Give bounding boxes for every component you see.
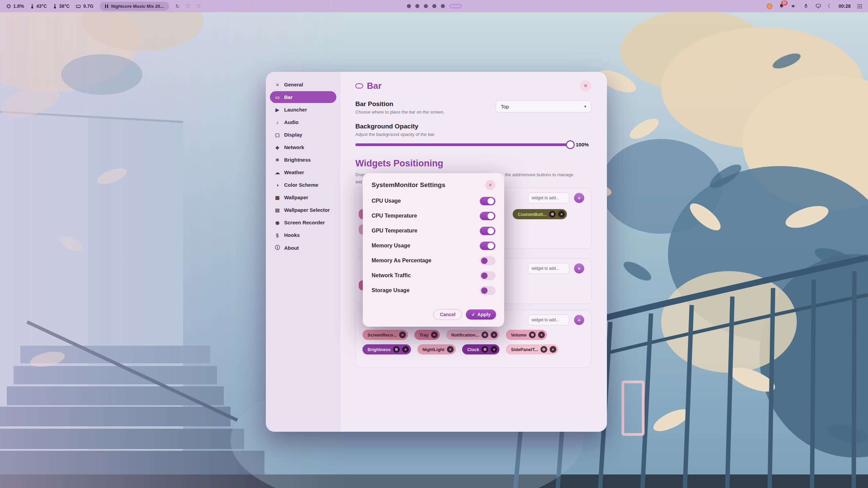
bar-position-dropdown[interactable]: Top ▾ <box>496 100 591 113</box>
toggle-switch[interactable] <box>480 227 495 235</box>
widget-chip[interactable]: CustomButt... ⚙ × <box>513 209 567 219</box>
sidebar-item[interactable]: ◉ Screen Recorder <box>270 217 336 228</box>
sidebar-item-icon: ◈ <box>274 145 280 150</box>
widget-remove-icon[interactable]: × <box>558 211 565 218</box>
bar-position-label: Bar Position <box>355 100 445 108</box>
apply-button[interactable]: ✓ Apply <box>466 309 496 320</box>
sidebar-item-icon: § <box>274 232 280 238</box>
add-widget-button[interactable]: + <box>574 263 584 273</box>
sidebar-item[interactable]: ▤ Wallpaper Selector <box>270 204 336 216</box>
microphone-icon <box>803 3 809 9</box>
sidebar-item[interactable]: ▭ Bar <box>270 91 336 103</box>
widget-chip[interactable]: Notification... ⚙ × <box>446 330 499 340</box>
toggle-switch[interactable] <box>480 286 495 295</box>
widget-settings-gear-icon[interactable]: ⚙ <box>529 331 536 338</box>
screen-button[interactable] <box>815 3 822 9</box>
widget-add-dropdown[interactable]: widget to add... <box>528 192 569 203</box>
background-opacity-label: Background Opacity <box>355 123 591 130</box>
workspace-dot[interactable] <box>432 4 436 8</box>
bar-position-description: Choose where to place the bar on the scr… <box>355 109 445 115</box>
media-favorite-icon[interactable]: ♡ <box>196 4 201 9</box>
workspace-dot[interactable] <box>424 4 428 8</box>
workspace-dot[interactable] <box>415 4 419 8</box>
chevron-down-icon: ▾ <box>584 104 586 109</box>
widget-chip[interactable]: NightLight ⚙ × <box>417 344 456 354</box>
settings-sidebar: ≡ General ▭ Bar ▶ Launcher ♪ Audio ▢ Dis… <box>266 72 340 432</box>
add-widget-button[interactable]: + <box>574 193 584 203</box>
widget-chip[interactable]: Volume ⚙ × <box>506 330 547 340</box>
volume-button[interactable] <box>791 3 797 9</box>
cancel-button[interactable]: Cancel <box>433 309 462 320</box>
widget-add-dropdown[interactable]: widget to add... <box>528 314 569 325</box>
night-light-icon[interactable]: ☾ <box>828 3 832 9</box>
sidebar-item[interactable]: ☁ Weather <box>270 166 336 178</box>
page-title-text: Bar <box>367 81 381 91</box>
widget-settings-gear-icon[interactable]: ⚙ <box>481 346 488 353</box>
sidebar-item[interactable]: ◑ Color Scheme <box>270 179 336 191</box>
tray-app-icon[interactable] <box>767 3 772 9</box>
media-repeat-icon[interactable]: ↻ <box>175 4 180 9</box>
sidebar-item-label: Brightness <box>284 157 311 163</box>
workspace-dot[interactable] <box>441 4 445 8</box>
sidebar-item[interactable]: ≡ General <box>270 79 336 90</box>
sidebar-item-label: Network <box>284 144 304 150</box>
widget-chip[interactable]: Clock ⚙ × <box>462 344 499 354</box>
apply-button-label: Apply <box>477 312 491 317</box>
widget-chip-label: ScreenReco... <box>368 332 397 338</box>
modal-close-button[interactable]: × <box>485 180 495 190</box>
bar-position-row: Bar Position Choose where to place the b… <box>355 100 591 115</box>
top-bar: 1.8% 43°C 38°C 9.7G Nightcore Music Mix … <box>0 0 868 12</box>
notifications-button[interactable]: 10 <box>778 3 785 9</box>
widget-chip[interactable]: ScreenReco... ⚙ × <box>362 330 408 340</box>
clock[interactable]: 00:28 <box>839 3 851 9</box>
toggle-switch[interactable] <box>480 271 495 280</box>
widget-remove-icon[interactable]: × <box>447 346 454 353</box>
opacity-slider-handle[interactable] <box>566 140 575 149</box>
modal-header: SystemMonitor Settings × <box>372 180 495 190</box>
sidebar-item[interactable]: ▶ Launcher <box>270 104 336 116</box>
widget-remove-icon[interactable]: × <box>491 331 497 338</box>
widget-chip[interactable]: Brightness ⚙ × <box>362 344 411 354</box>
sidebar-item[interactable]: ♪ Audio <box>270 116 336 128</box>
sidebar-item[interactable]: § Hooks <box>270 229 336 241</box>
sidebar-item[interactable]: ◈ Network <box>270 141 336 153</box>
workspace-active-pill[interactable] <box>449 4 462 8</box>
media-player-pill[interactable]: Nightcore Music Mix 20... <box>100 2 169 11</box>
toggle-row: Memory Usage <box>372 238 495 253</box>
sidebar-item-icon: ◉ <box>274 220 280 225</box>
microphone-button[interactable] <box>803 3 809 9</box>
sidebar-item[interactable]: ▢ Display <box>270 129 336 141</box>
top-bar-left: 1.8% 43°C 38°C 9.7G Nightcore Music Mix … <box>0 2 407 11</box>
widget-chip[interactable]: SidePanelT... ⚙ × <box>506 344 558 354</box>
toggle-switch[interactable] <box>480 242 495 250</box>
opacity-slider[interactable] <box>355 143 570 146</box>
widget-remove-icon[interactable]: × <box>402 346 409 353</box>
sidebar-item[interactable]: ☀ Brightness <box>270 154 336 166</box>
widget-remove-icon[interactable]: × <box>550 346 556 353</box>
sidebar-item[interactable]: ⓘ About <box>270 242 336 254</box>
app-grid-button[interactable] <box>857 3 863 9</box>
widget-chip[interactable]: Tray ⚙ × <box>414 330 440 340</box>
cpu-usage-value: 1.8% <box>13 3 24 9</box>
widget-remove-icon[interactable]: × <box>538 331 545 338</box>
widget-add-dropdown[interactable]: widget to add... <box>528 263 569 274</box>
widget-settings-gear-icon[interactable]: ⚙ <box>481 331 488 338</box>
widget-settings-gear-icon[interactable]: ⚙ <box>393 346 400 353</box>
widget-settings-gear-icon[interactable]: ⚙ <box>549 211 556 218</box>
workspace-dot[interactable] <box>407 4 411 8</box>
sidebar-item[interactable]: ▦ Wallpaper <box>270 191 336 203</box>
widget-remove-icon[interactable]: × <box>431 331 438 338</box>
sidebar-item-label: General <box>284 82 303 87</box>
left-chips-visible: CustomButt... ⚙ × <box>513 209 567 219</box>
toggle-switch[interactable] <box>480 257 495 265</box>
toggle-label: Memory As Percentage <box>372 258 431 264</box>
widget-remove-icon[interactable]: × <box>491 346 497 353</box>
toggle-switch[interactable] <box>480 212 495 220</box>
add-widget-button[interactable]: + <box>574 315 584 325</box>
widget-remove-icon[interactable]: × <box>399 331 406 338</box>
widget-settings-gear-icon[interactable]: ⚙ <box>540 346 547 353</box>
toggle-switch[interactable] <box>480 197 495 205</box>
media-like-icon[interactable]: ♡ <box>186 4 190 9</box>
window-close-button[interactable]: × <box>580 80 591 92</box>
widget-add-placeholder: widget to add... <box>532 266 559 271</box>
